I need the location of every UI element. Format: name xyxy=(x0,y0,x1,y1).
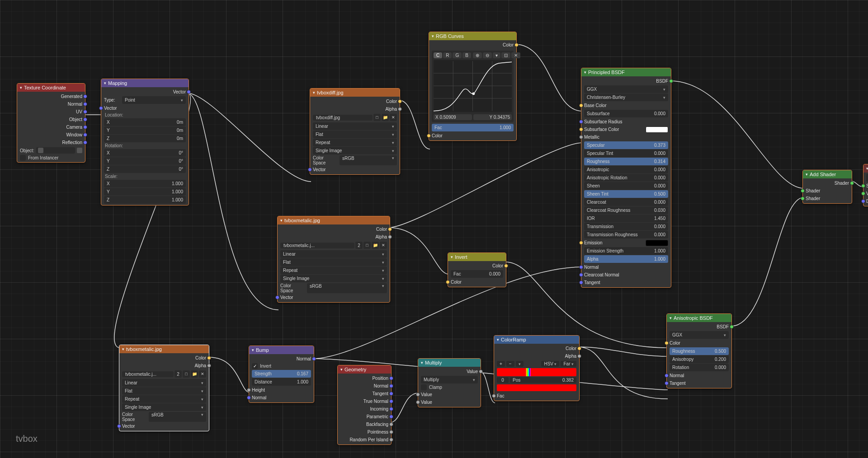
distance-slider[interactable]: Distance1.000 xyxy=(252,378,311,386)
operation-dropdown[interactable]: Multiply xyxy=(421,376,478,383)
zoom-out-icon[interactable]: ⊖ xyxy=(483,52,492,58)
interpolation-dropdown[interactable]: Linear xyxy=(122,379,206,387)
slider-specular-tint[interactable]: Specular Tint0.000 xyxy=(584,150,668,157)
node-colorramp[interactable]: ColorRamp Color Alpha + − HSV Far 0 Pos0… xyxy=(494,335,580,401)
from-instancer-checkbox[interactable]: From Instancer xyxy=(17,154,85,161)
colorspace-dropdown[interactable]: Color SpacesRGB xyxy=(119,411,209,422)
source-dropdown[interactable]: Single Image xyxy=(280,275,387,282)
node-editor-canvas[interactable]: Texture Coordinate Generated Normal UV O… xyxy=(0,0,868,458)
node-mapping[interactable]: Mapping Vector Type:Point Vector Locatio… xyxy=(101,79,189,206)
projection-dropdown[interactable]: Flat xyxy=(122,387,206,395)
node-geometry[interactable]: Geometry Position Normal Tangent True No… xyxy=(337,365,392,445)
node-header[interactable]: ColorRamp xyxy=(494,336,579,344)
node-header[interactable]: tvboxmetalic.jpg xyxy=(278,216,390,224)
node-add-shader[interactable]: Add Shader Shader Shader Shader xyxy=(802,170,852,204)
add-stop-icon[interactable]: + xyxy=(497,361,505,367)
node-math-multiply[interactable]: Multiply Value Multiply Clamp Value Valu… xyxy=(418,358,481,407)
colorspace-dropdown[interactable]: Color SpacesRGB xyxy=(278,283,390,294)
extension-dropdown[interactable]: Repeat xyxy=(122,395,206,403)
anisotropy-slider[interactable]: Anisotropy0.200 xyxy=(670,355,729,363)
node-rgb-curves[interactable]: RGB Curves Color C R G B ⊕ ⊖ ▾ ⊡ ✕ xyxy=(429,32,517,141)
node-image-texture-diff[interactable]: tvboxdiff.jpg Color Alpha tvboxdiff.jpg□… xyxy=(310,88,400,175)
node-header[interactable]: Invert xyxy=(448,253,506,261)
slider-anisotropic[interactable]: Anisotropic0.000 xyxy=(584,166,668,173)
strength-slider[interactable]: Strength0.167 xyxy=(252,370,311,378)
new-image-icon[interactable]: □ xyxy=(373,114,381,121)
slider-subsurface[interactable]: Subsurface0.000 xyxy=(584,110,668,117)
interpolation-dropdown[interactable]: Linear xyxy=(313,122,397,130)
unlink-icon[interactable]: ✕ xyxy=(390,114,397,121)
node-invert[interactable]: Invert Color Fac0.000 Color xyxy=(448,252,506,287)
unlink-icon[interactable]: ✕ xyxy=(380,242,387,249)
location-z[interactable]: Z0m xyxy=(104,135,186,142)
new-image-icon[interactable]: □ xyxy=(363,242,371,249)
image-selector[interactable]: tvboxmetalic.j...2□📁✕ xyxy=(278,241,390,250)
slider-sheen-tint[interactable]: Sheen Tint0.500 xyxy=(584,190,668,198)
location-x[interactable]: X0m xyxy=(104,118,186,126)
curve-editor[interactable]: C R G B ⊕ ⊖ ▾ ⊡ ✕ X 0.50909Y xyxy=(432,51,514,122)
invert-checkbox[interactable]: Invert xyxy=(249,363,314,369)
node-header[interactable]: Bump xyxy=(249,346,314,354)
eyedropper-icon[interactable] xyxy=(77,148,82,153)
node-header[interactable]: Principled BSDF xyxy=(581,68,671,76)
scale-y[interactable]: Y1.000 xyxy=(104,188,186,196)
open-image-icon[interactable]: 📁 xyxy=(382,114,389,121)
fac-slider[interactable]: Fac0.000 xyxy=(451,270,503,278)
delete-point-icon[interactable]: ✕ xyxy=(511,52,520,58)
node-image-texture-metallic[interactable]: tvboxmetalic.jpg Color Alpha tvboxmetali… xyxy=(277,216,390,303)
source-dropdown[interactable]: Single Image xyxy=(313,147,397,154)
source-dropdown[interactable]: Single Image xyxy=(122,403,206,411)
location-y[interactable]: Y0m xyxy=(104,126,186,134)
projection-dropdown[interactable]: Flat xyxy=(280,258,387,266)
slider-ior[interactable]: IOR1.450 xyxy=(584,215,668,222)
remove-stop-icon[interactable]: − xyxy=(506,361,514,367)
rotation-z[interactable]: Z0° xyxy=(104,165,186,173)
stop-color-swatch[interactable] xyxy=(497,384,576,391)
slider-anisotropic-rotation[interactable]: Anisotropic Rotation0.000 xyxy=(584,174,668,182)
extension-dropdown[interactable]: Repeat xyxy=(280,266,387,274)
node-principled-bsdf[interactable]: Principled BSDF BSDF GGX Christensen-Bur… xyxy=(581,68,671,288)
node-header[interactable]: Geometry xyxy=(338,365,391,374)
clip-icon[interactable]: ⊡ xyxy=(501,52,510,58)
channel-r-tab[interactable]: R xyxy=(443,52,452,58)
scale-z[interactable]: Z1.000 xyxy=(104,196,186,204)
colorspace-dropdown[interactable]: Color SpacesRGB xyxy=(310,155,400,166)
roughness-slider[interactable]: Roughness0.500 xyxy=(670,347,729,355)
distribution-dropdown[interactable]: GGX xyxy=(584,85,668,93)
slider-alpha[interactable]: Alpha1.000 xyxy=(584,255,668,263)
distribution-dropdown[interactable]: GGX xyxy=(670,331,729,339)
clamp-checkbox[interactable]: Clamp xyxy=(418,384,481,391)
node-header[interactable]: Mapping xyxy=(101,79,189,87)
slider-clearcoat-roughness[interactable]: Clearcoat Roughness0.030 xyxy=(584,206,668,214)
projection-dropdown[interactable]: Flat xyxy=(313,131,397,138)
fac-slider[interactable]: Fac1.000 xyxy=(432,124,514,131)
unlink-icon[interactable]: ✕ xyxy=(199,370,206,378)
pos-slider[interactable]: Pos0.382 xyxy=(510,377,576,383)
channel-g-tab[interactable]: G xyxy=(453,52,462,58)
zoom-in-icon[interactable]: ⊕ xyxy=(473,52,482,58)
scale-x[interactable]: X1.000 xyxy=(104,180,186,187)
object-selector[interactable]: Object: xyxy=(17,146,85,154)
tools-dropdown[interactable]: ▾ xyxy=(493,52,500,58)
open-image-icon[interactable]: 📁 xyxy=(372,242,379,249)
interpolation-dropdown[interactable]: Far xyxy=(561,361,576,367)
node-header[interactable]: Add Shader xyxy=(803,170,852,178)
node-image-texture-metallic-2[interactable]: tvboxmetalic.jpg Color Alpha tvboxmetali… xyxy=(119,345,209,431)
color-input-3[interactable]: Subsurface Color xyxy=(581,126,671,133)
open-image-icon[interactable]: 📁 xyxy=(191,370,198,378)
node-header[interactable]: RGB Curves xyxy=(429,32,516,40)
colormode-dropdown[interactable]: HSV xyxy=(541,361,559,367)
node-header[interactable]: tvboxdiff.jpg xyxy=(310,89,400,97)
slider-transmission[interactable]: Transmission0.000 xyxy=(584,223,668,230)
slider-clearcoat[interactable]: Clearcoat0.000 xyxy=(584,198,668,206)
node-header[interactable]: tvboxmetalic.jpg xyxy=(119,345,209,353)
node-material-output[interactable]: Material Output All Surface Volume Displ… xyxy=(863,164,868,206)
color-ramp-gradient[interactable] xyxy=(497,368,576,376)
slider-specular[interactable]: Specular0.373 xyxy=(584,141,668,149)
sss-method-dropdown[interactable]: Christensen-Burley xyxy=(584,93,668,101)
slider-emission-strength[interactable]: Emission Strength1.000 xyxy=(584,247,668,255)
color-input-17[interactable]: Emission xyxy=(581,239,671,247)
node-texture-coordinate[interactable]: Texture Coordinate Generated Normal UV O… xyxy=(17,83,85,163)
channel-b-tab[interactable]: B xyxy=(462,52,471,58)
target-dropdown[interactable]: All xyxy=(866,174,868,182)
